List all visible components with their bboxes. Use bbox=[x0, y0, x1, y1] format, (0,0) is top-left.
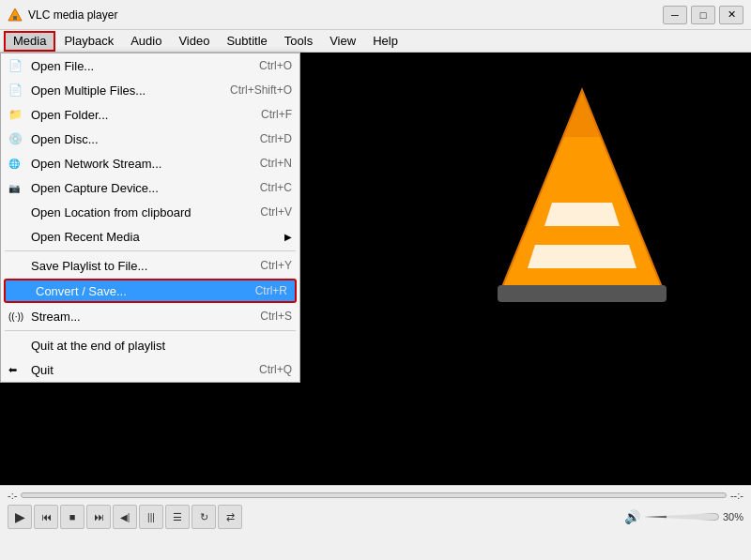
menu-subtitle[interactable]: Subtitle bbox=[218, 31, 275, 52]
svg-rect-1 bbox=[13, 16, 17, 20]
submenu-arrow-icon: ▶ bbox=[284, 232, 292, 242]
open-file-label: Open File... bbox=[31, 59, 240, 73]
menu-open-file[interactable]: 📄 Open File... Ctrl+O bbox=[1, 53, 299, 78]
svg-rect-6 bbox=[498, 285, 667, 302]
convert-save-shortcut: Ctrl+R bbox=[255, 284, 287, 297]
open-recent-label: Open Recent Media bbox=[31, 230, 281, 244]
eq-button[interactable]: ||| bbox=[139, 505, 163, 529]
quit-playlist-label: Quit at the end of playlist bbox=[31, 339, 273, 353]
minimize-button[interactable]: ─ bbox=[663, 6, 687, 24]
open-disc-label: Open Disc... bbox=[31, 132, 241, 146]
menu-media[interactable]: Media bbox=[4, 31, 55, 52]
window-title: VLC media player bbox=[28, 8, 663, 22]
open-multiple-shortcut: Ctrl+Shift+O bbox=[230, 83, 292, 97]
prev-button[interactable]: ⏮ bbox=[34, 505, 58, 529]
playlist-button[interactable]: ☰ bbox=[165, 505, 190, 529]
bottom-controls: -:- --:- ▶ ⏮ ■ ⏭ ◀| ||| ☰ ↻ ⇄ 🔊 30% bbox=[0, 485, 751, 560]
window-controls: ─ □ ✕ bbox=[663, 6, 743, 24]
open-disc-shortcut: Ctrl+D bbox=[260, 132, 292, 145]
menu-quit[interactable]: ⬅ Quit Ctrl+Q bbox=[1, 357, 299, 382]
menu-open-disc[interactable]: 💿 Open Disc... Ctrl+D bbox=[1, 127, 299, 151]
menu-video[interactable]: Video bbox=[170, 31, 218, 52]
separator-1 bbox=[5, 250, 296, 251]
open-folder-shortcut: Ctrl+F bbox=[261, 108, 292, 121]
loop-button[interactable]: ↻ bbox=[192, 505, 216, 529]
stream-shortcut: Ctrl+S bbox=[260, 310, 292, 323]
convert-save-label: Convert / Save... bbox=[36, 284, 237, 298]
menu-audio[interactable]: Audio bbox=[122, 31, 170, 52]
open-capture-shortcut: Ctrl+C bbox=[260, 181, 292, 194]
menu-stream[interactable]: ((·)) Stream... Ctrl+S bbox=[1, 304, 299, 328]
seek-bar-container: -:- --:- bbox=[0, 486, 751, 503]
separator-2 bbox=[5, 330, 296, 331]
maximize-button[interactable]: □ bbox=[691, 6, 715, 24]
media-dropdown: 📄 Open File... Ctrl+O 📄 Open Multiple Fi… bbox=[0, 53, 300, 383]
open-multiple-icon: 📄 bbox=[8, 83, 23, 97]
title-bar: VLC media player ─ □ ✕ bbox=[0, 0, 751, 30]
quit-icon: ⬅ bbox=[8, 364, 17, 376]
menu-view[interactable]: View bbox=[321, 31, 364, 52]
vlc-logo bbox=[488, 81, 676, 318]
open-folder-label: Open Folder... bbox=[31, 108, 242, 122]
menu-playback[interactable]: Playback bbox=[55, 31, 122, 52]
volume-icon: 🔊 bbox=[624, 509, 640, 524]
seek-time-left: -:- bbox=[8, 490, 17, 501]
close-button[interactable]: ✕ bbox=[719, 6, 743, 24]
open-multiple-label: Open Multiple Files... bbox=[31, 83, 211, 98]
stream-icon: ((·)) bbox=[8, 311, 23, 322]
volume-label: 30% bbox=[723, 511, 743, 522]
volume-area: 🔊 30% bbox=[624, 509, 743, 524]
menu-help[interactable]: Help bbox=[364, 31, 406, 52]
vlc-icon bbox=[8, 8, 23, 23]
open-folder-icon: 📁 bbox=[8, 108, 23, 121]
volume-bar[interactable] bbox=[644, 513, 719, 521]
open-location-shortcut: Ctrl+V bbox=[260, 205, 292, 219]
seek-bar[interactable] bbox=[21, 492, 727, 498]
open-location-label: Open Location from clipboard bbox=[31, 205, 241, 219]
menu-tools[interactable]: Tools bbox=[276, 31, 321, 52]
menu-quit-playlist[interactable]: Quit at the end of playlist bbox=[1, 333, 299, 357]
play-button[interactable]: ▶ bbox=[8, 505, 32, 529]
open-network-icon: 🌐 bbox=[8, 159, 20, 169]
frame-back-button[interactable]: ◀| bbox=[113, 505, 137, 529]
save-playlist-label: Save Playlist to File... bbox=[31, 259, 241, 273]
seek-time-right: --:- bbox=[730, 490, 743, 501]
menu-open-network[interactable]: 🌐 Open Network Stream... Ctrl+N bbox=[1, 151, 299, 175]
open-disc-icon: 💿 bbox=[8, 132, 23, 145]
menu-open-folder[interactable]: 📁 Open Folder... Ctrl+F bbox=[1, 102, 299, 127]
menu-open-recent[interactable]: Open Recent Media ▶ bbox=[1, 224, 299, 249]
controls-row: ▶ ⏮ ■ ⏭ ◀| ||| ☰ ↻ ⇄ 🔊 30% bbox=[0, 503, 751, 531]
quit-label: Quit bbox=[31, 363, 240, 377]
open-file-shortcut: Ctrl+O bbox=[259, 59, 292, 72]
menu-open-location[interactable]: Open Location from clipboard Ctrl+V bbox=[1, 200, 299, 224]
svg-marker-3 bbox=[544, 203, 620, 226]
menu-convert-save[interactable]: Convert / Save... Ctrl+R bbox=[4, 279, 297, 303]
open-file-icon: 📄 bbox=[8, 59, 23, 72]
shuffle-button[interactable]: ⇄ bbox=[218, 505, 242, 529]
open-capture-icon: 📷 bbox=[8, 183, 20, 193]
open-capture-label: Open Capture Device... bbox=[31, 181, 241, 195]
svg-marker-5 bbox=[563, 90, 601, 137]
open-network-label: Open Network Stream... bbox=[31, 157, 241, 171]
menu-open-capture[interactable]: 📷 Open Capture Device... Ctrl+C bbox=[1, 175, 299, 200]
menu-save-playlist[interactable]: Save Playlist to File... Ctrl+Y bbox=[1, 253, 299, 278]
menu-bar: Media Playback Audio Video Subtitle Tool… bbox=[0, 30, 751, 53]
open-network-shortcut: Ctrl+N bbox=[260, 157, 292, 170]
quit-shortcut: Ctrl+Q bbox=[259, 363, 292, 376]
svg-marker-4 bbox=[528, 245, 636, 268]
menu-open-multiple[interactable]: 📄 Open Multiple Files... Ctrl+Shift+O bbox=[1, 78, 299, 102]
stream-label: Stream... bbox=[31, 310, 241, 324]
save-playlist-shortcut: Ctrl+Y bbox=[260, 259, 292, 272]
next-button[interactable]: ⏭ bbox=[86, 505, 111, 529]
stop-button[interactable]: ■ bbox=[60, 505, 84, 529]
